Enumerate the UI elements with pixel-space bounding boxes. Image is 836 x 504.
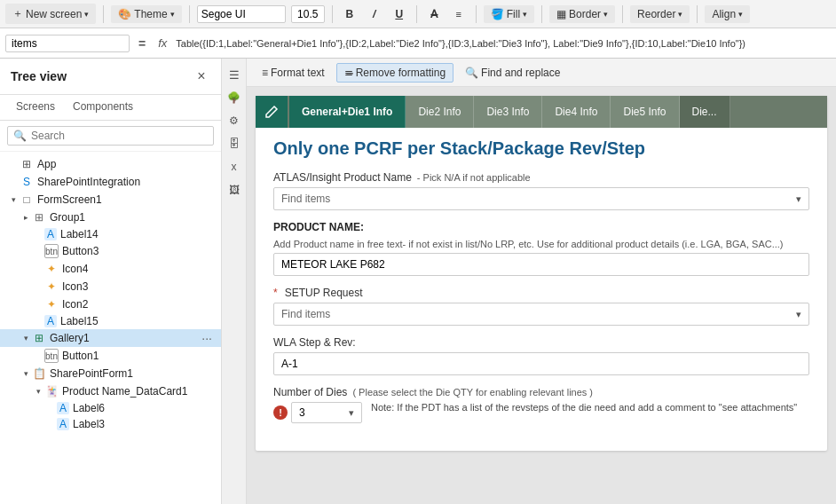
tab-die3[interactable]: Die3 Info [474, 96, 542, 128]
component-icon[interactable]: ⚙ [224, 110, 245, 131]
more-options-icon[interactable]: ··· [200, 331, 214, 345]
sep5 [476, 5, 477, 23]
wla-label: WLA Step & Rev: [273, 336, 809, 349]
font-size-input[interactable] [291, 5, 325, 23]
wla-text-input[interactable] [281, 358, 801, 370]
product-name-label: PRODUCT NAME: Add Product name in free t… [273, 221, 809, 249]
field-setup-request: * SETUP Request Find items ▾ [273, 287, 809, 326]
italic-button[interactable]: / [365, 4, 384, 24]
find-replace-button[interactable]: 🔍 Find and replace [457, 63, 568, 83]
border-chevron-icon: ▾ [603, 10, 608, 19]
tree-item-sharepoint[interactable]: S SharePointIntegration [0, 173, 221, 191]
form-title: Only one PCRF per Stack/Package Rev/Step [273, 138, 809, 159]
tree-item-formscreen1[interactable]: ▾ □ FormScreen1 [0, 191, 221, 209]
search-box: 🔍 [7, 126, 214, 146]
reorder-button[interactable]: Reorder ▾ [630, 5, 690, 23]
equals-label: = [135, 36, 149, 51]
theme-chevron-icon: ▾ [170, 10, 175, 19]
search-input[interactable] [31, 130, 208, 142]
tree-item-gallery1[interactable]: ▾ ⊞ Gallery1 ··· [0, 329, 221, 347]
font-name-input[interactable] [197, 5, 286, 23]
tab-general-die1[interactable]: General+Die1 Info [289, 96, 406, 128]
tab-components[interactable]: Components [64, 95, 142, 120]
expand-icon [7, 158, 20, 170]
product-name-input[interactable] [273, 253, 809, 276]
data-icon[interactable]: 🗄 [224, 133, 245, 154]
icon-icon: ✦ [44, 280, 59, 294]
tree-item-icon3[interactable]: ✦ Icon3 [0, 278, 221, 295]
field-product-name: PRODUCT NAME: Add Product name in free t… [273, 221, 809, 276]
group-icon: ⊞ [32, 210, 46, 224]
nod-note: Note: If the PDT has a list of the revst… [371, 402, 809, 413]
bold-button[interactable]: B [340, 4, 359, 24]
tree-item-label15[interactable]: A Label15 [0, 313, 221, 329]
tree-view: ⊞ App S SharePointIntegration ▾ □ FormSc… [0, 152, 221, 504]
tab-screens[interactable]: Screens [7, 95, 64, 120]
canvas: General+Die1 Info Die2 Info Die3 Info Di… [247, 87, 836, 504]
expand-icon [32, 228, 44, 240]
expand-icon [32, 245, 44, 257]
button-icon: btn [44, 244, 59, 258]
sharepoint-icon: S [20, 175, 34, 189]
remove-formatting-button[interactable]: ≡̶ Remove formatting [336, 63, 453, 83]
expand-icon [32, 298, 44, 311]
name-box[interactable] [5, 35, 130, 52]
tree-item-datacard1[interactable]: ▾ 🃏 Product Name_DataCard1 [0, 382, 221, 400]
tree-item-app[interactable]: ⊞ App [0, 155, 221, 173]
tab-die5[interactable]: Die5 Info [611, 96, 679, 128]
tab-die-more[interactable]: Die... [680, 96, 730, 128]
tree-item-label3[interactable]: A Label3 [0, 416, 221, 432]
tab-die2[interactable]: Die2 Info [406, 96, 474, 128]
label-icon: A [57, 418, 69, 430]
sep1 [103, 5, 104, 23]
nod-chevron-icon: ▾ [349, 407, 354, 419]
theme-button[interactable]: 🎨 Theme ▾ [111, 5, 181, 23]
sidebar: Tree view × Screens Components 🔍 ⊞ App [0, 59, 222, 504]
fill-button[interactable]: 🪣 Fill ▾ [484, 5, 534, 23]
new-screen-button[interactable]: ＋ New screen ▾ [5, 4, 96, 24]
setup-request-label: * SETUP Request [273, 287, 809, 299]
label-icon: A [44, 228, 57, 240]
fx-button[interactable]: fx [154, 36, 170, 50]
sep3 [332, 5, 333, 23]
align-left-icon: ≡ [449, 4, 469, 24]
setup-request-dropdown[interactable]: Find items ▾ [273, 303, 809, 326]
icon-rail: ☰ 🌳 ⚙ 🗄 x 🖼 [222, 59, 247, 504]
tab-bar: General+Die1 Info Die2 Info Die3 Info Di… [256, 96, 827, 128]
tree-item-group1[interactable]: ▸ ⊞ Group1 [0, 209, 221, 226]
format-toolbar: ≡ Format text ≡̶ Remove formatting 🔍 Fin… [247, 59, 836, 87]
atlas-insight-dropdown[interactable]: Find items ▾ [273, 187, 809, 210]
wla-input[interactable] [273, 352, 809, 375]
media-icon[interactable]: 🖼 [224, 179, 245, 201]
app-icon: ⊞ [20, 157, 34, 171]
form-icon: 📋 [32, 366, 46, 381]
menu-icon[interactable]: ☰ [224, 64, 245, 85]
tree-item-sharepointform1[interactable]: ▾ 📋 SharePointForm1 [0, 365, 221, 382]
product-name-text-input[interactable] [281, 258, 801, 271]
tree-item-label14[interactable]: A Label14 [0, 226, 221, 242]
border-icon: ▦ [556, 8, 566, 20]
tree-item-button3[interactable]: btn Button3 [0, 242, 221, 260]
field-wla: WLA Step & Rev: [273, 336, 809, 375]
align-button[interactable]: Align ▾ [705, 5, 750, 23]
tree-icon[interactable]: 🌳 [224, 87, 245, 108]
error-indicator: ! [273, 406, 288, 420]
tree-item-icon4[interactable]: ✦ Icon4 [0, 260, 221, 278]
tree-item-label6[interactable]: A Label6 [0, 400, 221, 416]
strikethrough-button[interactable]: A̶ [424, 4, 444, 24]
underline-button[interactable]: U [390, 4, 409, 24]
tab-die4[interactable]: Die4 Info [542, 96, 611, 128]
gallery-icon: ⊞ [32, 331, 46, 345]
main-layout: Tree view × Screens Components 🔍 ⊞ App [0, 59, 836, 504]
tree-item-icon2[interactable]: ✦ Icon2 [0, 295, 221, 313]
format-text-button[interactable]: ≡ Format text [254, 63, 333, 83]
number-of-dies-dropdown[interactable]: 3 ▾ [291, 402, 362, 423]
edit-pencil-button[interactable] [256, 96, 288, 128]
fill-chevron-icon: ▾ [523, 10, 527, 19]
label-icon: A [57, 402, 69, 414]
var-icon[interactable]: x [224, 156, 245, 177]
border-button[interactable]: ▦ Border ▾ [549, 5, 615, 23]
sidebar-close-button[interactable]: × [193, 67, 210, 85]
sep4 [416, 5, 417, 23]
tree-item-button1[interactable]: btn Button1 [0, 347, 221, 365]
